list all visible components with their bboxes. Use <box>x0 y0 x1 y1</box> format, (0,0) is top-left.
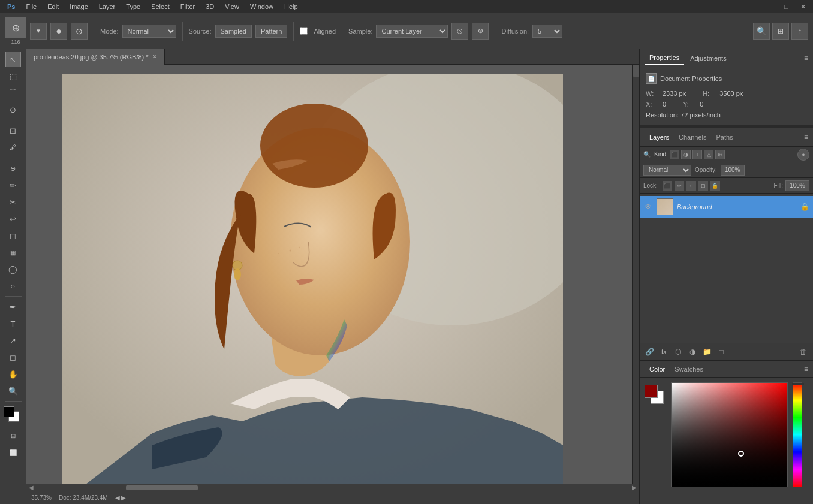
pen-tool[interactable]: ✒ <box>5 299 21 315</box>
scroll-left-btn[interactable]: ◀ <box>26 484 36 491</box>
share-btn[interactable]: ↑ <box>791 23 808 40</box>
adjustment-filter-icon[interactable]: ◑ <box>681 150 691 159</box>
sampled-btn[interactable]: Sampled <box>215 25 252 38</box>
history-brush-tool[interactable]: ↩ <box>5 211 21 227</box>
opacity-input[interactable] <box>721 165 745 176</box>
fill-input[interactable] <box>785 180 809 191</box>
menu-3d[interactable]: 3D <box>201 2 219 11</box>
new-group-btn[interactable]: 📁 <box>701 346 713 358</box>
menu-edit[interactable]: Edit <box>43 2 64 11</box>
brush-tool[interactable]: ✏ <box>5 177 21 193</box>
shape-tool[interactable]: ◻ <box>5 349 21 365</box>
color-picker-cursor[interactable] <box>738 451 744 457</box>
eyedropper-tool[interactable]: 🖋 <box>5 140 21 155</box>
lock-move-icon[interactable]: ↔ <box>686 181 696 191</box>
lock-all-icon[interactable]: 🔒 <box>710 181 720 191</box>
tool-options-btn[interactable]: ▼ <box>30 23 47 40</box>
text-tool[interactable]: T <box>5 316 21 331</box>
canvas-container[interactable] <box>26 65 639 484</box>
diffusion-select[interactable]: 5 <box>532 25 562 38</box>
eraser-tool[interactable]: ◻ <box>5 228 21 243</box>
sample-all-layers-btn[interactable]: ⊗ <box>472 23 489 40</box>
menu-file[interactable]: File <box>21 2 41 11</box>
foreground-color-swatch[interactable] <box>4 406 14 417</box>
zoom-tool[interactable]: 🔍 <box>5 383 21 399</box>
menu-ps[interactable]: Ps <box>2 2 20 11</box>
status-arrows[interactable]: ◀ ▶ <box>115 494 126 501</box>
minimize-btn[interactable]: ─ <box>763 2 778 12</box>
menu-filter[interactable]: Filter <box>176 2 200 11</box>
link-layers-btn[interactable]: 🔗 <box>643 346 655 358</box>
clone-stamp-tool[interactable]: ✂ <box>5 194 21 210</box>
search-btn[interactable]: 🔍 <box>753 23 770 40</box>
v-scrollbar-thumb[interactable] <box>633 65 639 77</box>
lock-pixels-icon[interactable]: ⬛ <box>663 181 672 191</box>
healing-brush-tool[interactable]: ⊕ <box>5 161 21 176</box>
vertical-scrollbar[interactable] <box>632 65 639 484</box>
properties-tab[interactable]: Properties <box>645 52 684 65</box>
new-layer-btn[interactable]: □ <box>715 346 727 358</box>
layers-tab[interactable]: Layers <box>645 131 674 143</box>
channels-tab[interactable]: Channels <box>674 131 711 143</box>
menu-image[interactable]: Image <box>65 2 93 11</box>
selection-tool[interactable]: ⬚ <box>5 68 21 84</box>
color-gradient[interactable] <box>671 382 788 487</box>
menu-help[interactable]: Help <box>279 2 303 11</box>
filter-toggle-icon[interactable]: ● <box>797 149 809 161</box>
color-tab[interactable]: Color <box>645 364 670 374</box>
document-tab[interactable]: profile ideas 20.jpg @ 35.7% (RGB/8) * ✕ <box>26 49 165 65</box>
lasso-tool[interactable]: ⌒ <box>5 85 21 101</box>
hue-slider[interactable] <box>792 383 804 385</box>
lock-position-icon[interactable]: ✏ <box>675 181 684 191</box>
move-tool[interactable]: ↖ <box>5 52 21 67</box>
sample-select[interactable]: Current Layer <box>376 25 448 38</box>
arrow-left-icon[interactable]: ◀ <box>115 494 120 501</box>
layer-visibility-toggle[interactable]: 👁 <box>643 202 653 212</box>
aligned-checkbox[interactable] <box>300 27 308 35</box>
hue-bar[interactable] <box>793 382 802 487</box>
menu-layer[interactable]: Layer <box>94 2 121 11</box>
adjustment-layer-btn[interactable]: ◑ <box>686 346 698 358</box>
pixel-filter-icon[interactable]: ⬛ <box>670 150 679 159</box>
blend-mode-select[interactable]: Normal <box>643 165 691 176</box>
blur-tool[interactable]: ◯ <box>5 261 21 277</box>
brush-preset-btn[interactable]: ● <box>50 23 67 40</box>
arrange-windows-btn[interactable]: ⊞ <box>772 23 789 40</box>
add-mask-btn[interactable]: ⬡ <box>672 346 684 358</box>
smart-filter-icon[interactable]: ⊛ <box>715 150 725 159</box>
adjustments-tab[interactable]: Adjustments <box>685 52 731 64</box>
quick-select-tool[interactable]: ⊙ <box>5 102 21 117</box>
close-btn[interactable]: ✕ <box>796 2 811 12</box>
horizontal-scrollbar[interactable]: ◀ ▶ <box>26 484 639 491</box>
menu-select[interactable]: Select <box>146 2 174 11</box>
scroll-right-btn[interactable]: ▶ <box>630 484 639 491</box>
mode-select[interactable]: Normal <box>122 25 176 38</box>
hand-tool[interactable]: ✋ <box>5 366 21 382</box>
screen-mode-btn[interactable]: ⬜ <box>5 445 21 460</box>
crop-tool[interactable]: ⊡ <box>5 123 21 138</box>
shape-filter-icon[interactable]: △ <box>704 150 713 159</box>
fg-swatch[interactable] <box>645 385 658 398</box>
dodge-tool[interactable]: ○ <box>5 278 21 294</box>
layer-fx-btn[interactable]: fx <box>658 346 670 358</box>
type-filter-icon[interactable]: T <box>692 150 702 159</box>
pattern-btn[interactable]: Pattern <box>255 25 287 38</box>
layers-menu-icon[interactable]: ≡ <box>804 133 808 141</box>
sample-ignore-adj-btn[interactable]: ◎ <box>451 23 468 40</box>
maximize-btn[interactable]: □ <box>779 2 793 12</box>
swatches-tab[interactable]: Swatches <box>670 364 708 374</box>
h-scrollbar-thumb[interactable] <box>126 485 198 490</box>
arrow-right-icon[interactable]: ▶ <box>121 494 126 501</box>
healing-brush-tool[interactable]: ⊕ <box>5 17 26 38</box>
background-layer-item[interactable]: 👁 Background 🔒 <box>640 196 813 218</box>
lock-artboard-icon[interactable]: ⊡ <box>698 181 708 191</box>
gradient-tool[interactable]: ▦ <box>5 245 21 260</box>
delete-layer-btn[interactable]: 🗑 <box>797 346 809 358</box>
close-tab-btn[interactable]: ✕ <box>152 53 157 60</box>
color-menu-icon[interactable]: ≡ <box>804 365 808 373</box>
brush-settings-btn[interactable]: ⊙ <box>71 23 88 40</box>
menu-view[interactable]: View <box>220 2 244 11</box>
menu-type[interactable]: Type <box>121 2 145 11</box>
quick-mask-btn[interactable]: ⊟ <box>5 428 21 443</box>
path-select-tool[interactable]: ↗ <box>5 333 21 348</box>
